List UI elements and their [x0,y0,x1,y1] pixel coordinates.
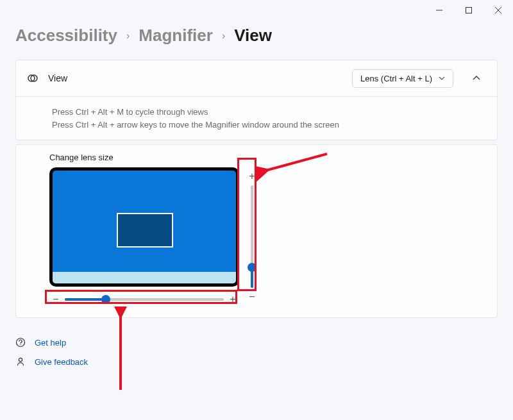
breadcrumb: Accessibility › Magnifier › View [15,26,498,46]
lens-height-decrease-button[interactable]: − [246,290,258,303]
view-tip-2: Press Ctrl + Alt + arrow keys to move th… [52,119,487,131]
lens-preview-monitor [49,167,239,287]
lens-size-title: Change lens size [49,153,487,162]
lens-width-fill [65,298,106,301]
minimize-button[interactable] [425,0,454,21]
lens-height-slider: + − [244,167,260,306]
lens-preview-rect [117,213,173,248]
lens-width-track[interactable] [65,298,224,301]
page-content: Accessibility › Magnifier › View View Le… [0,0,513,391]
svg-point-7 [20,344,21,345]
lens-width-thumb[interactable] [101,295,110,304]
breadcrumb-magnifier[interactable]: Magnifier [139,26,213,46]
lens-height-thumb[interactable] [248,263,256,272]
lens-width-increase-button[interactable]: + [226,293,239,306]
chevron-down-icon [439,76,445,80]
lens-width-decrease-button[interactable]: − [49,293,62,306]
lens-width-slider: − + [49,293,239,306]
chevron-right-icon: › [222,30,225,42]
give-feedback-link[interactable]: Give feedback [15,357,498,367]
chevron-right-icon: › [126,30,130,42]
chevron-up-icon [473,76,480,81]
lens-preview-taskbar [53,272,236,283]
view-card-title: View [48,73,343,83]
collapse-button[interactable] [466,68,487,88]
breadcrumb-accessibility[interactable]: Accessibility [15,26,117,46]
give-feedback-label: Give feedback [35,357,88,367]
view-tip-1: Press Ctrl + Alt + M to cycle through vi… [52,106,487,119]
view-mode-select[interactable]: Lens (Ctrl + Alt + L) [352,69,453,88]
svg-point-8 [19,358,22,361]
view-icon [26,72,39,85]
lens-height-track[interactable] [251,185,253,288]
get-help-label: Get help [35,338,66,348]
view-settings-card: View Lens (Ctrl + Alt + L) Press Ctrl + … [15,60,498,140]
view-tips: Press Ctrl + Alt + M to cycle through vi… [16,96,497,140]
view-card-header: View Lens (Ctrl + Alt + L) [16,60,497,96]
lens-height-increase-button[interactable]: + [246,170,258,183]
view-mode-selected-label: Lens (Ctrl + Alt + L) [360,74,432,83]
close-button[interactable] [484,0,513,21]
help-icon [15,337,26,348]
footer-links: Get help Give feedback [15,337,498,367]
svg-rect-1 [466,8,472,13]
maximize-button[interactable] [454,0,484,21]
window-controls [425,0,513,21]
lens-size-card: Change lens size − + + [15,144,498,318]
lens-preview-area: − + + − [49,167,487,306]
breadcrumb-view: View [234,26,272,46]
feedback-icon [15,357,26,367]
get-help-link[interactable]: Get help [15,337,498,348]
